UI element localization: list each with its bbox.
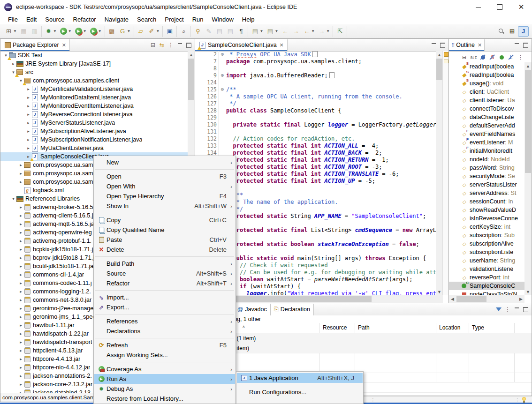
collapsed-arrow-icon[interactable]: ▸ bbox=[18, 205, 23, 209]
minimize-view-icon[interactable] bbox=[175, 41, 184, 49]
collapsed-arrow-icon[interactable]: ▸ bbox=[18, 255, 23, 260]
tab-declaration[interactable]: ⎘Declaration bbox=[271, 304, 314, 315]
outline-item[interactable]: ◇FeventFieldNames bbox=[449, 130, 524, 138]
new-wizard-button[interactable]: ⊞▼ bbox=[4, 26, 18, 37]
folded-region-icon[interactable] bbox=[329, 72, 334, 78]
save-button[interactable]: ▦ bbox=[19, 26, 29, 37]
column-header-type[interactable]: Type bbox=[472, 324, 484, 331]
drag-handle-icon[interactable]: ⋮ bbox=[515, 397, 520, 403]
close-tab-icon[interactable]: ✕ bbox=[478, 42, 482, 48]
outline-item[interactable]: ◇nodeId : NodeId bbox=[449, 155, 524, 164]
outline-item[interactable]: ◆SreadInput(boolea bbox=[449, 62, 524, 71]
format-button[interactable]: ✎ bbox=[204, 26, 213, 37]
table-group-row[interactable]: ▸Others (1 item) bbox=[195, 343, 532, 353]
collapsed-arrow-icon[interactable]: ▸ bbox=[18, 348, 23, 353]
forward-history-button[interactable]: →▼ bbox=[317, 26, 331, 37]
context-menu-item-paste[interactable]: PasteCtrl+V bbox=[94, 235, 235, 245]
tab-javadoc[interactable]: @Javadoc bbox=[234, 304, 271, 315]
outline-item[interactable]: CSampleConsoleC bbox=[449, 282, 524, 290]
menu-file[interactable]: File bbox=[4, 15, 22, 24]
tree-item[interactable]: ▾src bbox=[0, 68, 188, 76]
close-window-button[interactable]: ✕ bbox=[510, 0, 532, 14]
context-menu-item-copy-qualified-name[interactable]: Copy Qualified Name bbox=[94, 225, 235, 235]
fold-marker-icon[interactable]: ⊖ bbox=[218, 86, 226, 93]
minimize-view-icon[interactable] bbox=[512, 305, 521, 314]
run-as-item-1-java-application[interactable]: J1 Java ApplicationAlt+Shift+X, J bbox=[237, 373, 363, 383]
mark-occurrences-button[interactable]: ▤▼ bbox=[250, 26, 264, 37]
tab-package-explorer[interactable]: Package Explorer ✕ bbox=[0, 39, 70, 51]
tab-outline[interactable]: ⠿ Outline ✕ bbox=[449, 39, 485, 51]
outline-item[interactable]: nodeClassToStr(N bbox=[449, 290, 524, 295]
view-menu-icon[interactable]: ⋮ bbox=[503, 305, 512, 314]
expanded-arrow-icon[interactable]: ▾ bbox=[11, 196, 16, 201]
menu-source[interactable]: Source bbox=[41, 15, 68, 24]
view-menu-icon[interactable]: ⋮ bbox=[167, 41, 175, 49]
tree-item[interactable]: ▸JMyUaClientListener.java bbox=[0, 144, 188, 152]
java-perspective-button[interactable]: J bbox=[518, 26, 529, 37]
collapsed-arrow-icon[interactable]: ▸ bbox=[18, 272, 23, 277]
drag-handle-icon[interactable]: ⋮ bbox=[371, 397, 376, 403]
run-button[interactable]: ▶▼ bbox=[59, 26, 73, 37]
context-menu-item-run-as[interactable]: ▶Run As› bbox=[94, 374, 235, 384]
outline-item[interactable]: ◇sessionCount : in bbox=[449, 197, 524, 206]
column-header-resource[interactable]: Resource bbox=[323, 324, 347, 331]
collapsed-arrow-icon[interactable]: ▸ bbox=[18, 323, 23, 328]
context-menu-item-restore-from-local-history-[interactable]: Restore from Local History... bbox=[94, 394, 235, 404]
pin-editor-button[interactable]: ⚲ bbox=[193, 26, 203, 37]
collapsed-arrow-icon[interactable]: ▸ bbox=[18, 374, 23, 378]
outline-vertical-scrollbar[interactable]: ▲ ▼ bbox=[524, 62, 532, 295]
tree-item[interactable]: ▸JMyServerStatusListener.java bbox=[0, 119, 188, 127]
collapsed-arrow-icon[interactable]: ▸ bbox=[18, 365, 23, 370]
collapsed-arrow-icon[interactable]: ▸ bbox=[18, 382, 23, 387]
fold-marker-icon[interactable]: ⊕ bbox=[218, 72, 226, 79]
hide-non-public-icon[interactable] bbox=[497, 53, 506, 61]
sort-icon[interactable]: a↓z bbox=[469, 53, 478, 61]
collapsed-arrow-icon[interactable]: ▸ bbox=[26, 87, 31, 91]
run-external-button[interactable]: ▶▼ bbox=[89, 26, 103, 37]
context-menu-item-open-type-hierarchy[interactable]: Open Type HierarchyF4 bbox=[94, 191, 235, 201]
save-all-button[interactable]: ▥ bbox=[30, 26, 39, 37]
maximize-view-icon[interactable] bbox=[521, 305, 530, 314]
context-menu-item-build-path[interactable]: Build Path› bbox=[94, 259, 235, 269]
maximize-window-button[interactable] bbox=[489, 0, 510, 14]
last-edit-location-button[interactable]: ⇱ bbox=[335, 26, 345, 37]
collapsed-arrow-icon[interactable]: ▸ bbox=[18, 163, 23, 167]
context-menu-item-open[interactable]: OpenF3 bbox=[94, 172, 235, 181]
context-menu-item-copy[interactable]: CopyCtrl+C bbox=[94, 215, 235, 225]
collapsed-arrow-icon[interactable]: ▸ bbox=[18, 239, 23, 243]
tree-item[interactable]: ▸JMyReverseConnectionListener.java bbox=[0, 110, 188, 119]
console-button[interactable]: ▣ bbox=[165, 26, 175, 37]
maximize-view-icon[interactable] bbox=[184, 41, 193, 49]
search-button[interactable] bbox=[496, 26, 506, 37]
column-header-location[interactable]: Location bbox=[439, 324, 460, 331]
context-menu-item-references[interactable]: References› bbox=[94, 316, 235, 326]
menu-navigate[interactable]: Navigate bbox=[100, 15, 133, 24]
outline-item[interactable]: ◇clientListener : Ua bbox=[449, 96, 524, 105]
outline-item[interactable]: ◆SreadInput(boolea bbox=[449, 71, 524, 79]
collapsed-arrow-icon[interactable]: ▸ bbox=[18, 281, 23, 285]
open-task-button[interactable]: ▱ bbox=[136, 26, 146, 37]
outline-item[interactable]: ◇showReadValueD bbox=[449, 206, 524, 214]
open-perspective-button[interactable]: ⊞ bbox=[507, 26, 517, 37]
hide-local-types-icon[interactable]: L bbox=[507, 53, 516, 61]
outline-item[interactable]: ◇certKeySize : int bbox=[449, 223, 524, 231]
collapse-all-icon[interactable]: ⊟ bbox=[460, 53, 469, 61]
editor-vertical-scrollbar[interactable]: ▲ ▼ bbox=[436, 51, 443, 295]
annotations-nav-button[interactable]: ▤▼ bbox=[265, 26, 279, 37]
column-header-path[interactable]: Path bbox=[358, 324, 370, 331]
tree-item[interactable]: ▾com.prosysopc.ua.samples.client bbox=[0, 76, 188, 85]
collapsed-arrow-icon[interactable]: ▸ bbox=[18, 213, 23, 218]
context-menu-item-refactor[interactable]: RefactorAlt+Shift+T› bbox=[94, 278, 235, 288]
context-menu-item-new[interactable]: New› bbox=[94, 157, 235, 167]
collapsed-arrow-icon[interactable]: ▸ bbox=[18, 247, 23, 252]
outline-item[interactable]: ◇serverStatusLister bbox=[449, 180, 524, 189]
context-menu-item-declarations[interactable]: Declarations› bbox=[94, 326, 235, 336]
outline-item[interactable]: ◇securityMode : Se bbox=[449, 172, 524, 180]
menu-run[interactable]: Run bbox=[188, 15, 208, 24]
run-as-item-run-configurations-[interactable]: Run Configurations... bbox=[237, 387, 363, 397]
outline-item[interactable]: ◇client : UaClient bbox=[449, 88, 524, 96]
collapsed-arrow-icon[interactable]: ▸ bbox=[18, 306, 23, 311]
collapsed-arrow-icon[interactable]: ▸ bbox=[18, 180, 23, 184]
collapsed-arrow-icon[interactable]: ▸ bbox=[11, 61, 16, 66]
hide-static-members-icon[interactable]: S bbox=[488, 53, 497, 61]
